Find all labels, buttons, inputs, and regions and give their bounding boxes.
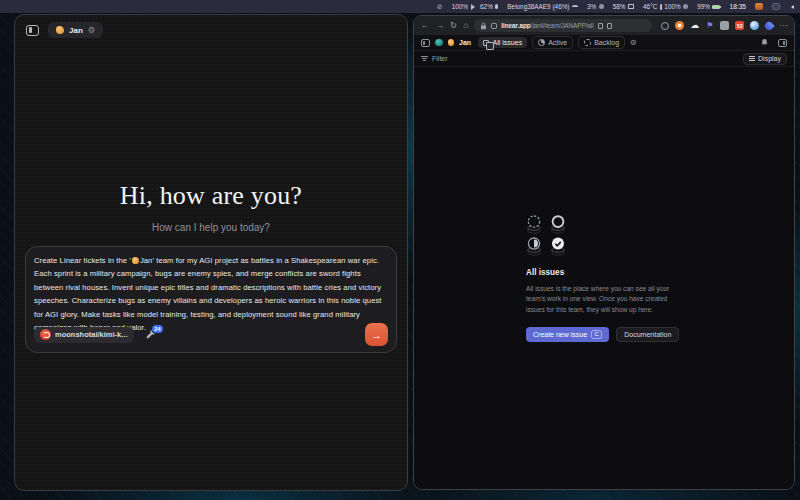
filter-icon [421, 56, 428, 61]
create-new-issue-label: Create new issue [533, 331, 587, 338]
site-extension-icon[interactable] [491, 23, 497, 29]
cpu-icon [599, 4, 604, 9]
browser-menu-icon[interactable]: ⋯ [779, 21, 787, 30]
wave-emoji-inline-icon [132, 257, 139, 264]
assistant-selector[interactable]: Jan ⚙ [48, 22, 103, 38]
fan-icon [683, 4, 688, 9]
linear-sidebar-toggle-icon[interactable] [421, 39, 430, 47]
create-new-issue-button[interactable]: Create new issue C [526, 327, 609, 342]
model-selector[interactable]: moonshotai/kimi-k... [34, 327, 134, 343]
extension-cloud-icon[interactable]: ☁ [690, 21, 699, 30]
extension-globe-icon[interactable] [750, 21, 759, 30]
linear-header: Jan All issues Active Backlog ⚙ [414, 35, 794, 51]
reload-button[interactable]: ↻ [450, 21, 457, 30]
url-path: /janii/team/JANAPP/all [531, 22, 594, 29]
prompt-toolbar: moonshotai/kimi-k... 24 → [34, 323, 388, 346]
greeting-title: Hi, how are you? [15, 181, 407, 211]
memory-icon [628, 4, 634, 9]
tray-settings-icon[interactable] [772, 3, 780, 10]
wifi-icon [572, 5, 578, 8]
fan-value: 100% [664, 3, 680, 10]
documentation-button[interactable]: Documentation [616, 327, 679, 342]
extension-ring-icon[interactable] [661, 22, 669, 30]
tools-button[interactable]: 24 [145, 328, 158, 341]
team-wave-emoji-icon [448, 39, 455, 46]
tray-expand-icon[interactable] [789, 5, 794, 9]
tab-backlog-label: Backlog [594, 39, 619, 46]
microphone-icon [495, 4, 498, 9]
todo-status-icon [550, 215, 566, 234]
cpu-value: 3% [587, 3, 596, 10]
view-settings-icon[interactable]: ⚙ [630, 39, 637, 47]
linear-content: All issues All issues is the place where… [414, 68, 794, 489]
mic-value: 62% [480, 3, 493, 10]
network-name: Belong38AAE9 (46%) [507, 3, 569, 10]
backlog-status-icon-small [584, 39, 591, 46]
greeting-block: Hi, how are you? How can I help you toda… [15, 181, 407, 233]
send-arrow-icon: → [371, 329, 382, 341]
memory-value: 58% [613, 3, 626, 10]
team-name: Jan [459, 39, 471, 46]
extension-counter-badge[interactable]: 52 [735, 21, 744, 30]
wave-emoji-icon [56, 26, 64, 34]
notifications-bell-icon[interactable] [760, 38, 769, 47]
display-button[interactable]: Display [743, 53, 787, 65]
tab-all-issues[interactable]: All issues [478, 37, 527, 48]
empty-state-description: All issues is the place where you can se… [526, 284, 682, 315]
linear-header-right [760, 38, 787, 47]
address-bar[interactable]: linear.app/janii/team/JANAPP/all [474, 19, 652, 32]
tools-count-badge: 24 [151, 324, 163, 334]
home-button[interactable]: ⌂ [463, 21, 468, 30]
thermometer-icon [660, 4, 662, 10]
model-name: moonshotai/kimi-k... [55, 330, 128, 339]
lock-icon [480, 22, 487, 30]
issue-status-illustration [526, 215, 682, 256]
sidebar-toggle-icon[interactable] [26, 25, 39, 36]
shortcut-key-badge: C [591, 330, 602, 339]
active-status-icon [538, 39, 545, 46]
extensions-row: ☁ ⚑ 52 [661, 21, 773, 30]
assistant-settings-icon[interactable]: ⚙ [88, 26, 96, 35]
thermal-status: 46°C 100% [643, 3, 688, 10]
jan-titlebar: Jan ⚙ [15, 15, 407, 45]
filter-button[interactable]: Filter [432, 55, 448, 62]
extension-image-icon[interactable] [720, 21, 729, 30]
team-avatar[interactable] [435, 39, 443, 47]
linear-filter-bar: Filter Display [414, 51, 794, 67]
network-status: Belong38AAE9 (46%) [507, 3, 578, 10]
tab-backlog[interactable]: Backlog [578, 36, 625, 49]
clock: 18:35 [729, 3, 746, 10]
back-button[interactable]: ← [421, 21, 430, 30]
empty-state-actions: Create new issue C Documentation [526, 327, 682, 342]
jan-app-window: Jan ⚙ Hi, how are you? How can I help yo… [14, 14, 408, 491]
empty-state: All issues All issues is the place where… [526, 215, 682, 342]
audio-status: 100% 62% [452, 3, 499, 10]
chat-input-card[interactable]: Create Linear tickets in the 'Jan' team … [25, 246, 397, 353]
battery-icon [712, 5, 720, 9]
temperature-value: 46°C [643, 3, 657, 10]
prompt-text-before: Create Linear tickets in the ' [34, 256, 131, 265]
forward-button[interactable]: → [436, 21, 445, 30]
display-button-label: Display [758, 55, 781, 62]
dnd-icon: ⊘ [437, 3, 443, 11]
tray-app-icon[interactable] [755, 3, 763, 10]
extension-orange-icon[interactable] [675, 21, 684, 30]
browser-window: ← → ↻ ⌂ linear.app/janii/team/JANAPP/all… [413, 15, 795, 490]
system-status-bar: ⊘ 100% 62% Belong38AAE9 (46%) 3% 58% 46°… [0, 0, 800, 13]
tab-active-label: Active [548, 39, 567, 46]
all-issues-icon [483, 40, 489, 46]
extension-flag-icon[interactable]: ⚑ [705, 21, 714, 30]
greeting-subtitle: How can I help you today? [15, 222, 407, 233]
right-panel-toggle-icon[interactable] [778, 39, 787, 47]
backlog-status-icon [526, 215, 542, 234]
moonshot-logo-icon [40, 329, 51, 340]
extension-flame-icon[interactable] [764, 20, 775, 31]
tab-active[interactable]: Active [532, 36, 573, 49]
tab-all-issues-label: All issues [493, 39, 523, 46]
reader-mode-icon[interactable] [607, 23, 612, 29]
send-button[interactable]: → [365, 323, 388, 346]
assistant-name: Jan [69, 26, 83, 35]
memory-status: 58% [613, 3, 634, 10]
bookmark-icon[interactable] [598, 23, 603, 29]
url-host: linear.app [501, 22, 530, 29]
